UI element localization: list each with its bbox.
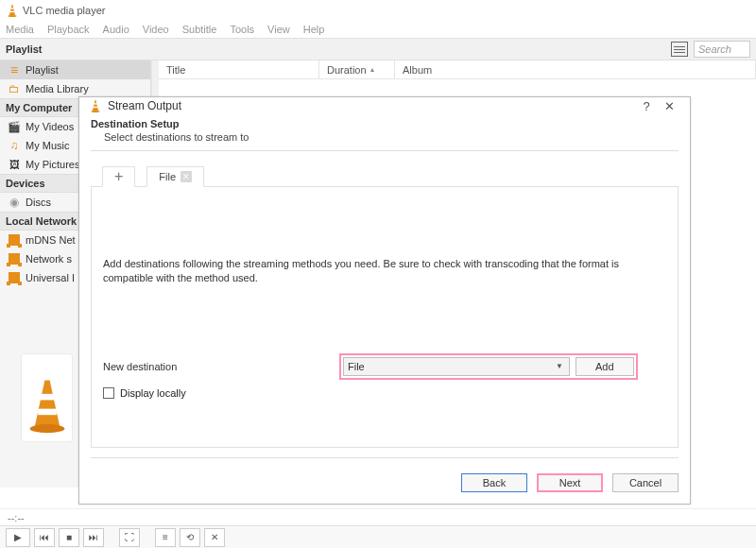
svg-point-5: [29, 424, 64, 433]
sidebar-item-label: Media Library: [26, 83, 89, 94]
sidebar-item-label: mDNS Net: [26, 234, 76, 246]
dialog-buttons: Back Next Cancel: [79, 462, 690, 504]
loop-button[interactable]: ⟲: [180, 528, 200, 547]
menu-media[interactable]: Media: [6, 24, 34, 35]
album-art-placeholder: [21, 353, 73, 442]
column-duration[interactable]: Duration▴: [319, 60, 395, 78]
previous-button[interactable]: ⏮: [34, 528, 55, 547]
sidebar-item-label: My Videos: [26, 121, 74, 132]
file-tab[interactable]: File ✕: [146, 166, 204, 187]
cancel-button[interactable]: Cancel: [612, 473, 679, 492]
dialog-titlebar: Stream Output ? ✕: [79, 97, 690, 114]
svg-rect-4: [38, 409, 57, 416]
picture-icon: [8, 158, 21, 171]
time-display: --:--: [8, 512, 25, 523]
menu-audio[interactable]: Audio: [103, 24, 129, 35]
stop-button[interactable]: ■: [59, 528, 79, 547]
play-button[interactable]: ▶: [6, 528, 30, 547]
video-icon: [8, 120, 21, 133]
sidebar-item-label: Discs: [26, 197, 51, 208]
dialog-title: Stream Output: [108, 99, 181, 112]
plus-icon: +: [114, 171, 123, 182]
next-button[interactable]: Next: [537, 473, 603, 492]
svg-point-8: [91, 111, 99, 112]
svg-rect-0: [10, 8, 14, 9]
status-bar: --:--: [0, 508, 756, 525]
display-locally-label: Display locally: [120, 387, 186, 399]
stream-output-dialog: Stream Output ? ✕ Destination Setup Sele…: [78, 96, 691, 505]
shuffle-button[interactable]: ✕: [204, 528, 225, 547]
section-title: Destination Setup: [91, 118, 679, 129]
vlc-cone-icon: [89, 99, 102, 112]
menu-view[interactable]: View: [267, 24, 290, 35]
help-button[interactable]: ?: [635, 99, 658, 113]
display-locally-checkbox[interactable]: [103, 387, 114, 399]
disc-icon: [8, 196, 21, 209]
menu-subtitle[interactable]: Subtitle: [182, 24, 217, 35]
new-destination-label: New destination: [103, 361, 330, 372]
fullscreen-button[interactable]: ⛶: [119, 528, 140, 547]
info-text: Add destinations following the streaming…: [103, 257, 666, 285]
sidebar-item-label: Playlist: [26, 64, 59, 76]
extended-settings-button[interactable]: ≡: [155, 528, 176, 547]
view-mode-icon[interactable]: [671, 42, 688, 57]
close-button[interactable]: ✕: [658, 99, 680, 113]
close-tab-icon[interactable]: ✕: [180, 171, 192, 182]
destination-combobox[interactable]: File ▼: [343, 357, 570, 376]
playlist-toolbar: Playlist Search: [0, 38, 756, 60]
library-icon: [8, 82, 21, 95]
add-tab[interactable]: +: [102, 166, 135, 187]
network-icon: [8, 252, 21, 265]
column-headers: Title Duration▴ Album: [159, 60, 756, 79]
svg-point-2: [8, 15, 16, 17]
divider: [91, 457, 679, 458]
sidebar-item-playlist[interactable]: Playlist: [0, 60, 150, 79]
menu-video[interactable]: Video: [143, 24, 169, 35]
back-button[interactable]: Back: [461, 473, 527, 492]
tab-body: Add destinations following the streaming…: [91, 187, 679, 448]
svg-rect-3: [40, 394, 53, 401]
tab-label: File: [159, 171, 176, 182]
next-button[interactable]: ⏭: [83, 528, 104, 547]
menu-help[interactable]: Help: [303, 24, 325, 35]
svg-rect-6: [94, 103, 97, 104]
network-icon: [8, 271, 21, 284]
menu-playback[interactable]: Playback: [47, 24, 90, 35]
player-controls: ▶ ⏮ ■ ⏭ ⛶ ≡ ⟲ ✕: [0, 525, 756, 548]
column-album[interactable]: Album: [395, 60, 756, 78]
chevron-down-icon: ▼: [556, 362, 563, 370]
sort-indicator-icon: ▴: [370, 65, 374, 74]
menubar: Media Playback Audio Video Subtitle Tool…: [0, 21, 756, 38]
svg-rect-1: [10, 11, 15, 12]
network-icon: [8, 233, 21, 247]
window-title: VLC media player: [23, 5, 105, 16]
sidebar-item-label: Network s: [26, 253, 72, 265]
vlc-cone-icon: [6, 4, 19, 17]
vlc-cone-icon: [27, 377, 67, 436]
destination-tabs: + File ✕: [91, 161, 679, 187]
column-title[interactable]: Title: [159, 60, 319, 78]
playlist-icon: [8, 63, 21, 77]
section-subtitle: Select destinations to stream to: [104, 131, 679, 143]
search-input[interactable]: Search: [694, 41, 750, 58]
window-titlebar: VLC media player: [0, 0, 756, 21]
music-icon: [8, 139, 21, 152]
highlight-box: File ▼ Add: [339, 353, 638, 380]
combobox-value: File: [348, 361, 365, 372]
divider: [91, 150, 679, 151]
toolbar-heading: Playlist: [6, 43, 43, 55]
sidebar-item-label: Universal I: [26, 272, 75, 283]
add-button[interactable]: Add: [576, 357, 634, 376]
sidebar-item-label: My Music: [26, 140, 69, 151]
sidebar-item-label: My Pictures: [26, 159, 79, 170]
svg-rect-7: [94, 107, 98, 108]
sidebar-item-media-library[interactable]: Media Library: [0, 79, 150, 98]
menu-tools[interactable]: Tools: [230, 24, 254, 35]
